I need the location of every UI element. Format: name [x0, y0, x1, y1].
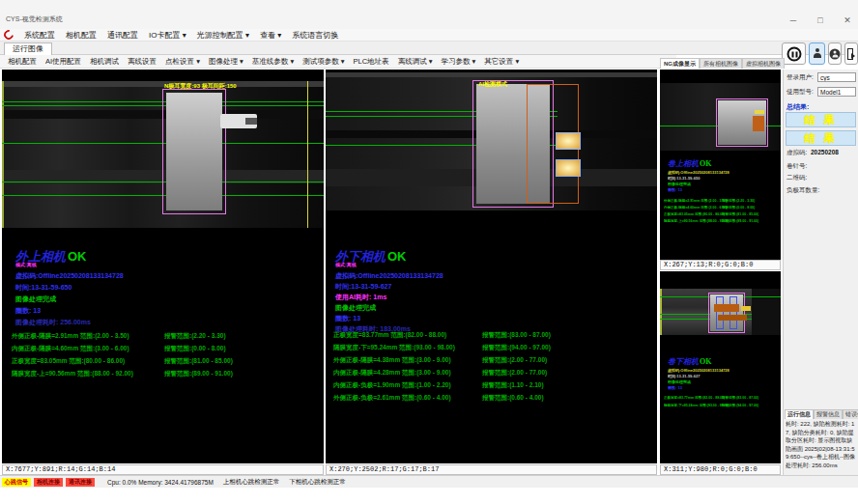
action-buttons — [782, 42, 858, 66]
user-icon — [813, 47, 822, 61]
minimize-button[interactable]: ─ — [786, 15, 800, 25]
tool-spotcheck-settings[interactable]: 点检设置 ▾ — [165, 57, 200, 67]
camera-result-title: 卷下相机OK — [668, 356, 711, 367]
measurement-row: 隔膜宽度-下=95.24mm 范围:(93.00 - 98.00)报警范围:(9… — [326, 344, 657, 351]
tool-image-processing[interactable]: 图像处理 ▾ — [209, 57, 243, 67]
measurement-alarm: 报警范围:(2.00 - 77.00) — [482, 369, 547, 378]
measurement-value: 外侧正极-隔膜=2.91mm 范围:(2.00 - 3.50) — [664, 198, 727, 203]
tab-strip: 运行图像 — [0, 42, 858, 55]
measurement-row: 内侧正极-隔膜=4.60mm 范围:(3.00 - 6.00)报警范围:(0.0… — [2, 345, 324, 352]
measurement-value: 隔膜宽度-下=95.24mm 范围:(93.00 - 98.00) — [333, 344, 455, 352]
lower-camera-heartbeat-status: 下相机心跳检测正常 — [289, 478, 346, 487]
camera-name: 卷上相机 — [668, 159, 699, 168]
tool-other-settings[interactable]: 其它设置 ▾ — [484, 57, 519, 67]
measurement-row: 隔膜宽度-上=90.56mm 范围:(88.00 - 92.00)报警范围:(8… — [2, 370, 324, 378]
camera-ok-status: OK — [387, 249, 407, 264]
menu-io-config[interactable]: IO卡配置 ▾ — [149, 30, 186, 41]
camera-image-outer-upper[interactable]: N极耳宽度:93 极耳间距:150 — [2, 81, 324, 228]
menu-comm-config[interactable]: 通讯配置 — [107, 30, 138, 41]
operator-button[interactable] — [828, 42, 843, 65]
tab-run-image[interactable]: 运行图像 — [4, 42, 52, 55]
log-tab-alarm-info[interactable]: 报警信息 — [814, 409, 843, 419]
capture-time: 时间:13-31-59-627 — [668, 374, 700, 379]
window-title: CYS-视觉检测系统 — [6, 14, 63, 24]
camera-image-roll-lower[interactable] — [660, 289, 781, 335]
model-label: 使用型号: — [786, 88, 814, 97]
tool-test-params[interactable]: 测试项参数 ▾ — [302, 57, 344, 67]
maximize-button[interactable]: □ — [814, 15, 827, 25]
tool-camera-debug[interactable]: 相机调试 — [90, 57, 119, 67]
log-tab-run-info[interactable]: 运行信息 — [785, 409, 814, 419]
virtual-code: 虚拟码:Offline20250208133134728 — [668, 368, 729, 374]
machine-top-strip — [326, 72, 657, 77]
ai-elapsed: 使用AI耗时: 1ms — [335, 293, 386, 302]
camera-panel-roll-lower[interactable]: 卷下相机OK 虚拟码:Offline20250208133134728 时间:1… — [660, 271, 781, 463]
tool-learn-params[interactable]: 学习参数 ▾ — [441, 57, 475, 67]
measurement-row: 内侧正极-隔膜=4.28mm 范围:(3.00 - 9.00)报警范围:(2.0… — [326, 369, 657, 377]
measurement-alarm: 报警范围:(2.00 - 77.00) — [482, 356, 547, 365]
tool-baseline-params[interactable]: 基准线参数 ▾ — [252, 57, 294, 67]
measurement-alarm: 报警范围:(94.00 - 97.00) — [722, 403, 758, 407]
tool-plc-address[interactable]: PLC地址表 — [354, 57, 389, 67]
process-done: 图像处理完成 — [15, 294, 56, 304]
close-button[interactable]: ✕ — [841, 15, 854, 25]
camera-name: 卷下相机 — [668, 357, 699, 366]
measurement-alarm: 报警范围:(2.20 - 3.30) — [164, 332, 226, 341]
coords-bar-roll-lower: X:311;Y:980;R:0;G:0;B:0 — [660, 464, 781, 475]
virtual-code: 虚拟码:Offline20250208133134728 — [335, 271, 443, 281]
camera-panel-outer-upper[interactable]: N极耳宽度:93 极耳间距:150 外上相机OK 模式:离线 虚拟码:Offli… — [2, 70, 324, 463]
tool-offline-debug[interactable]: 离线调试 ▾ — [398, 57, 433, 67]
measurement-value: 内侧正极-隔膜=4.60mm 范围:(3.00 - 6.00) — [12, 345, 129, 353]
measurement-value: 正极宽度=83.77mm 范围:(82.00 - 88.00) — [664, 395, 725, 400]
measurement-value: 外侧正极-隔膜=2.91mm 范围:(2.00 - 3.50) — [12, 332, 129, 341]
virtual-code: 虚拟码:Offline20250208133134728 — [15, 271, 124, 281]
camera-mode: 模式:离线 — [335, 262, 357, 268]
pin-number-label: 卷针号: — [786, 162, 807, 171]
camera-image-outer-lower[interactable]: AI检测模式 — [326, 72, 657, 210]
qr-code-label: 二维码: — [786, 174, 807, 182]
marker-overlay — [755, 110, 764, 114]
measurement-value: 正极宽度=83.05mm 范围:(80.00 - 86.00) — [664, 211, 725, 216]
menu-system-config[interactable]: 系统配置 — [24, 30, 55, 41]
user-button[interactable] — [809, 42, 825, 65]
edge-marker-line — [2, 81, 4, 228]
camera-panel-roll-upper[interactable]: 卷上相机OK 虚拟码:Offline20250208133134728 时间:1… — [660, 70, 781, 260]
menu-camera-config[interactable]: 相机配置 — [66, 30, 97, 41]
measurement-value: 正极宽度=83.05mm 范围:(80.00 - 86.00) — [12, 357, 125, 366]
defect-label-overlay — [718, 315, 747, 321]
electrode-block — [166, 93, 222, 210]
view-tab-ng-display[interactable]: NG成像显示 — [660, 58, 700, 69]
pause-icon — [786, 46, 801, 61]
camera-mode: 模式:离线 — [15, 262, 37, 268]
view-tab-virtual-cameras[interactable]: 虚拟相机图像 — [742, 58, 785, 69]
process-done: 图像处理完成 — [335, 303, 376, 313]
login-user-label: 登录用户: — [786, 73, 814, 82]
tool-ai-config[interactable]: AI使用配置 — [45, 57, 81, 67]
process-elapsed: 图像处理耗时: 256.00ms — [15, 318, 91, 327]
pause-button[interactable] — [782, 42, 806, 65]
view-tab-all-cameras[interactable]: 所有相机图像 — [700, 58, 742, 69]
measurement-value: 内侧正极-隔膜=4.28mm 范围:(3.00 - 9.00) — [333, 369, 451, 378]
menu-view[interactable]: 查看 ▾ — [260, 30, 281, 41]
measurement-row: 内侧正极-负极=1.90mm 范围:(1.00 - 2.20)报警范围:(1.1… — [326, 381, 657, 389]
measurement-value: 内侧正极-隔膜=4.60mm 范围:(3.00 - 6.00) — [664, 205, 727, 210]
measurement-row: 正极宽度=83.05mm 范围:(80.00 - 86.00)报警范围:(81.… — [2, 357, 324, 365]
tab-foil-highlight — [556, 159, 581, 177]
tool-offline-settings[interactable]: 离线设置 — [128, 57, 157, 67]
process-done: 图像处理完成 — [668, 379, 691, 385]
log-tab-error-info[interactable]: 错误信息 — [843, 409, 858, 419]
logout-button[interactable] — [844, 42, 858, 65]
camera-ok-status: OK — [700, 357, 711, 366]
measurement-alarm: 报警范围:(0.00 - 8.00) — [722, 205, 755, 210]
menu-language-switch[interactable]: 系统语言切换 — [292, 30, 338, 41]
camera-image-roll-upper[interactable] — [660, 83, 781, 151]
camera-panel-outer-lower[interactable]: AI检测模式 外下相机OK 模式:离线 虚拟码:Offline202502081… — [326, 70, 657, 463]
log-tabs: 运行信息 报警信息 错误信息 — [785, 409, 858, 419]
tool-camera-config[interactable]: 相机配置 — [8, 57, 37, 67]
measurement-value: 隔膜宽度-上=90.56mm 范围:(88.00 - 92.00) — [12, 370, 133, 378]
camera-result-title: 卷上相机OK — [668, 158, 711, 169]
heartbeat-badge: 心跳信号 — [2, 478, 31, 487]
login-user-field[interactable]: cys — [817, 72, 856, 82]
model-field[interactable]: Model1 — [817, 87, 856, 97]
menu-light-config[interactable]: 光源控制配置 ▾ — [197, 30, 249, 41]
